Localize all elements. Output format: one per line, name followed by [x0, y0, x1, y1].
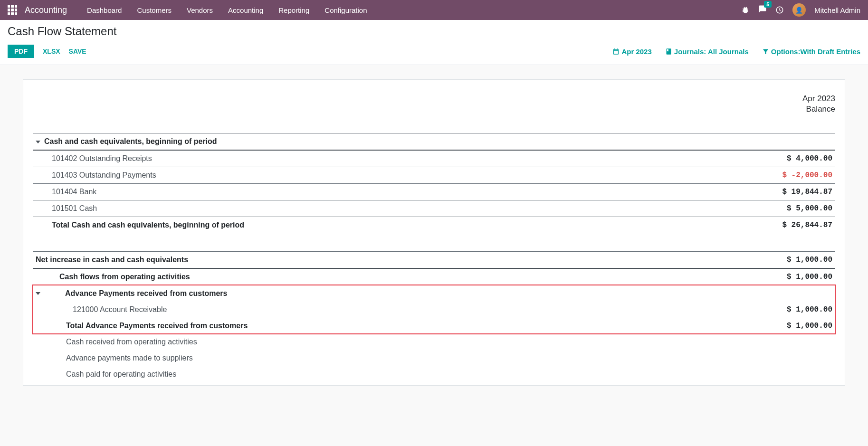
action-buttons: PDF XLSX SAVE	[8, 45, 86, 58]
row-cash-received-operating[interactable]: Cash received from operating activities	[33, 334, 835, 350]
report-area: Apr 2023 Balance Cash and cash equivalen…	[0, 65, 868, 400]
nav-right: 5 👤 Mitchell Admin	[741, 3, 860, 17]
row-advance-payments-customers[interactable]: Advance Payments received from customers	[33, 285, 835, 302]
row-cash[interactable]: 101501 Cash $ 5,000.00	[33, 200, 835, 217]
page-title: Cash Flow Statement	[8, 25, 860, 38]
avatar[interactable]: 👤	[792, 3, 806, 17]
filters: Apr 2023 Journals: All Journals Options:…	[612, 47, 860, 56]
nav-configuration[interactable]: Configuration	[318, 3, 373, 17]
row-total-advance-payments[interactable]: Total Advance Payments received from cus…	[33, 318, 835, 334]
filter-journals[interactable]: Journals: All Journals	[665, 47, 749, 56]
top-navbar: Accounting Dashboard Customers Vendors A…	[0, 0, 868, 20]
clock-icon[interactable]	[775, 6, 784, 14]
caret-down-icon	[36, 141, 40, 143]
period-label: Apr 2023	[671, 94, 835, 104]
nav-menu: Dashboard Customers Vendors Accounting R…	[80, 3, 373, 17]
row-account-receivable[interactable]: 121000 Account Receivable $ 1,000.00	[33, 302, 835, 318]
filter-options[interactable]: Options:With Draft Entries	[762, 47, 860, 56]
caret-down-icon	[36, 292, 40, 295]
filter-date[interactable]: Apr 2023	[612, 47, 651, 56]
message-count-badge: 5	[764, 1, 772, 8]
row-cash-paid-operating[interactable]: Cash paid for operating activities	[33, 366, 835, 382]
nav-vendors[interactable]: Vendors	[180, 3, 219, 17]
book-icon	[665, 48, 672, 55]
row-operating-flows[interactable]: Cash flows from operating activities $ 1…	[33, 268, 835, 285]
apps-icon[interactable]	[8, 5, 17, 15]
row-net-increase[interactable]: Net increase in cash and cash equivalent…	[33, 251, 835, 268]
sub-header: Cash Flow Statement PDF XLSX SAVE Apr 20…	[0, 20, 868, 65]
row-bank[interactable]: 101404 Bank $ 19,844.87	[33, 184, 835, 200]
filter-journals-label: Journals: All Journals	[674, 47, 749, 56]
balance-label: Balance	[671, 104, 835, 133]
xlsx-button[interactable]: XLSX	[43, 47, 60, 55]
row-outstanding-receipts[interactable]: 101402 Outstanding Receipts $ 4,000.00	[33, 150, 835, 167]
funnel-icon	[762, 48, 769, 55]
pdf-button[interactable]: PDF	[8, 45, 34, 58]
filter-options-label: Options:With Draft Entries	[771, 47, 860, 56]
highlighted-section: Advance Payments received from customers…	[33, 285, 835, 334]
row-beginning-cash[interactable]: Cash and cash equivalents, beginning of …	[33, 133, 835, 151]
row-advance-payments-suppliers[interactable]: Advance payments made to suppliers	[33, 350, 835, 366]
report-table: Apr 2023 Balance Cash and cash equivalen…	[33, 94, 835, 382]
row-outstanding-payments[interactable]: 101403 Outstanding Payments $ -2,000.00	[33, 167, 835, 184]
save-button[interactable]: SAVE	[69, 47, 86, 55]
nav-reporting[interactable]: Reporting	[272, 3, 316, 17]
nav-dashboard[interactable]: Dashboard	[80, 3, 128, 17]
report-card: Apr 2023 Balance Cash and cash equivalen…	[23, 79, 845, 386]
app-brand[interactable]: Accounting	[25, 5, 67, 15]
calendar-icon	[612, 48, 620, 55]
row-total-beginning[interactable]: Total Cash and cash equivalents, beginni…	[33, 217, 835, 234]
debug-icon[interactable]	[741, 6, 750, 14]
messages-button[interactable]: 5	[758, 5, 767, 15]
filter-date-label: Apr 2023	[621, 47, 651, 56]
nav-accounting[interactable]: Accounting	[221, 3, 270, 17]
nav-customers[interactable]: Customers	[130, 3, 178, 17]
username[interactable]: Mitchell Admin	[814, 6, 860, 14]
